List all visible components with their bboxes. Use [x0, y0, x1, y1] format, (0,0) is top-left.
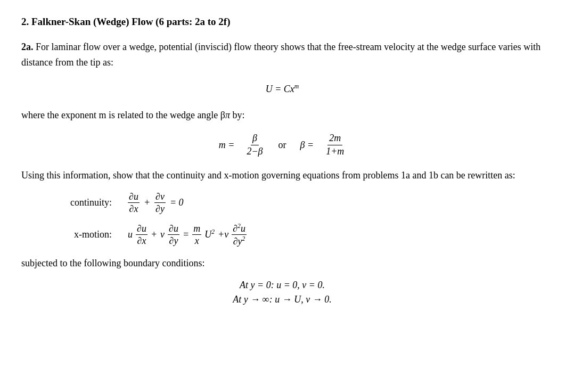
main-content: 2. Falkner-Skan (Wedge) Flow (6 parts: 2… [21, 16, 543, 305]
beta-eq-label: β = [300, 140, 314, 151]
xm-u: u [128, 229, 133, 240]
xm-m-num: m [192, 224, 201, 235]
xm-plus: + [151, 229, 157, 240]
beta-fraction: 2m 1+m [324, 133, 346, 157]
xm-x-den: x [194, 235, 200, 246]
continuity-row: continuity: ∂u ∂x + ∂v ∂y = 0 [21, 192, 543, 214]
xm-du-dy: ∂u ∂y [168, 224, 179, 246]
xm-d2u-num: ∂2u [232, 223, 247, 235]
du-dx-den: ∂x [128, 203, 140, 214]
xm-v: v [160, 229, 165, 240]
xm-dy2-den: ∂y2 [232, 235, 247, 246]
plus-sign: + [144, 197, 150, 208]
xmotion-row: x-motion: u ∂u ∂x + v ∂u ∂y = m x U2 [21, 223, 543, 246]
m-fraction: β 2−β [245, 133, 264, 157]
continuity-expr: ∂u ∂x + ∂v ∂y = 0 [128, 192, 184, 214]
equation-u-cxm: U = Cxm [21, 83, 543, 95]
bc-line-2: At y → ∞: u → U, v → 0. [233, 294, 331, 305]
using-text: Using this information, show that the co… [21, 170, 515, 181]
where-text: where the exponent m is related to the w… [21, 110, 245, 120]
dv-dy-frac: ∂v ∂y [154, 192, 166, 214]
xm-eq: = [183, 229, 189, 240]
m-eq-label: m = [219, 140, 235, 151]
xm-m-over-x: m x [192, 224, 201, 246]
du-dx-frac: ∂u ∂x [128, 192, 140, 214]
part-label: 2a. [21, 42, 34, 52]
equals-zero: = 0 [170, 197, 184, 208]
beta-fraction-numerator: 2m [327, 133, 342, 145]
xm-du-dx: ∂u ∂x [136, 224, 147, 246]
xmotion-label: x-motion: [21, 229, 128, 240]
intro-text: For laminar flow over a wedge, potential… [21, 42, 540, 68]
boundary-conditions: At y = 0: u = 0, v = 0. At y → ∞: u → U,… [21, 280, 543, 305]
section-title: 2. Falkner-Skan (Wedge) Flow (6 parts: 2… [21, 16, 543, 28]
xm-du-dy-den: ∂y [168, 235, 179, 246]
subjected-paragraph: subjected to the following boundary cond… [21, 256, 543, 271]
xm-du-dx-num: ∂u [136, 224, 147, 235]
or-text: or [278, 140, 286, 151]
dv-dy-num: ∂v [154, 192, 166, 203]
m-fraction-denominator: 2−β [245, 145, 264, 157]
eq-u-text: U = Cxm [266, 84, 299, 94]
xm-du-dx-den: ∂x [136, 235, 147, 246]
beta-fraction-denominator: 1+m [324, 145, 346, 157]
intro-paragraph: 2a. For laminar flow over a wedge, poten… [21, 39, 543, 70]
du-dx-num: ∂u [128, 192, 140, 203]
xm-du-dy-num: ∂u [168, 224, 179, 235]
using-paragraph: Using this information, show that the co… [21, 168, 543, 183]
m-fraction-numerator: β [251, 133, 259, 145]
subjected-text: subjected to the following boundary cond… [21, 258, 204, 268]
pde-equations: continuity: ∂u ∂x + ∂v ∂y = 0 x-motion: … [21, 192, 543, 246]
xmotion-expr: u ∂u ∂x + v ∂u ∂y = m x U2 +v [128, 223, 247, 246]
continuity-label: continuity: [21, 197, 128, 208]
dv-dy-den: ∂y [154, 203, 166, 214]
bc-line-1: At y = 0: u = 0, v = 0. [240, 280, 325, 291]
xm-U2: U2 [204, 228, 215, 240]
xm-plusv: +v [218, 229, 228, 240]
where-paragraph: where the exponent m is related to the w… [21, 108, 543, 123]
xm-d2u-dy2: ∂2u ∂y2 [232, 223, 247, 246]
m-beta-equations: m = β 2−β or β = 2m 1+m [21, 133, 543, 157]
